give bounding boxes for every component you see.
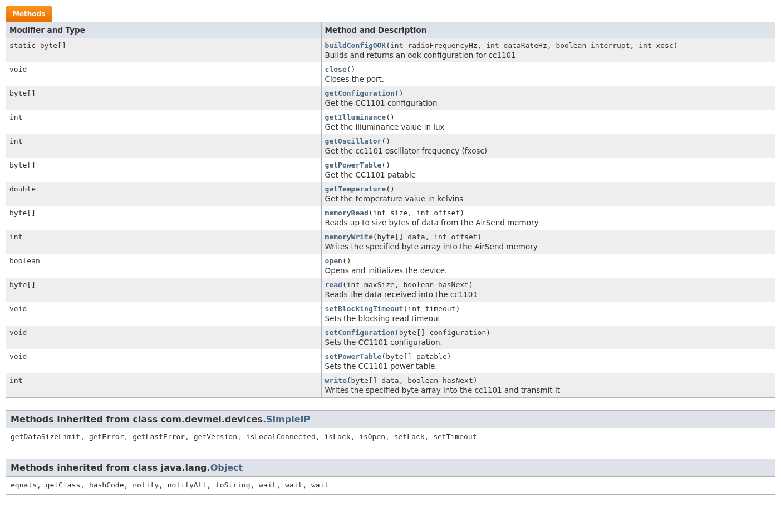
method-params: (byte[] configuration) bbox=[395, 328, 490, 337]
methods-tab[interactable]: Methods bbox=[6, 6, 52, 22]
modifier-cell: void bbox=[6, 62, 322, 86]
method-cell: buildConfigOOK(int radioFrequencyHz, int… bbox=[321, 38, 775, 63]
method-description: Reads the data received into the cc1101 bbox=[325, 290, 772, 299]
method-cell: getIlluminance()Get the illuminance valu… bbox=[321, 110, 775, 134]
table-row: byte[]memoryRead(int size, int offset)Re… bbox=[6, 206, 775, 230]
method-link[interactable]: setPowerTable bbox=[325, 352, 382, 361]
method-description: Closes the port. bbox=[325, 75, 772, 83]
modifier-text: byte[] bbox=[9, 89, 36, 97]
modifier-cell: byte[] bbox=[6, 86, 322, 110]
method-cell: close()Closes the port. bbox=[321, 62, 775, 86]
table-row: byte[]read(int maxSize, boolean hasNext)… bbox=[6, 278, 775, 302]
inherited-class-link[interactable]: Object bbox=[210, 462, 243, 473]
inherited-methods-block: Methods inherited from class java.lang.O… bbox=[6, 459, 775, 495]
table-row: voidclose()Closes the port. bbox=[6, 62, 775, 86]
method-cell: getTemperature()Get the temperature valu… bbox=[321, 182, 775, 206]
inherited-heading: Methods inherited from class java.lang.O… bbox=[6, 459, 775, 477]
modifier-text: byte[] bbox=[9, 280, 36, 289]
table-row: intgetOscillator()Get the cc1101 oscilla… bbox=[6, 134, 775, 158]
modifier-text: int bbox=[9, 233, 22, 241]
method-link[interactable]: memoryWrite bbox=[325, 233, 373, 241]
method-cell: open()Opens and initializes the device. bbox=[321, 254, 775, 278]
method-params: (int timeout) bbox=[404, 304, 460, 313]
modifier-cell: double bbox=[6, 182, 322, 206]
modifier-cell: int bbox=[6, 230, 322, 254]
modifier-text: void bbox=[9, 65, 27, 73]
method-params: (int maxSize, boolean hasNext) bbox=[342, 280, 473, 289]
method-description: Get the temperature value in kelvins bbox=[325, 194, 772, 203]
table-row: voidsetPowerTable(byte[] patable)Sets th… bbox=[6, 349, 775, 373]
methods-tab-container: Methods bbox=[6, 6, 775, 22]
method-cell: read(int maxSize, boolean hasNext)Reads … bbox=[321, 278, 775, 302]
modifier-text: void bbox=[9, 352, 27, 361]
method-cell: getPowerTable()Get the CC1101 patable bbox=[321, 158, 775, 182]
modifier-cell: boolean bbox=[6, 254, 322, 278]
method-link[interactable]: write bbox=[325, 376, 347, 385]
method-description: Writes the specified byte array into the… bbox=[325, 386, 772, 395]
method-params: () bbox=[386, 185, 395, 193]
method-description: Get the cc1101 oscillator frequency (fxo… bbox=[325, 146, 772, 155]
method-link[interactable]: setConfiguration bbox=[325, 328, 395, 337]
modifier-cell: static byte[] bbox=[6, 38, 322, 63]
methods-table: Modifier and Type Method and Description… bbox=[6, 22, 775, 398]
table-row: intwrite(byte[] data, boolean hasNext)Wr… bbox=[6, 373, 775, 398]
col-header-modifier: Modifier and Type bbox=[6, 22, 322, 38]
method-params: () bbox=[395, 89, 404, 97]
method-link[interactable]: memoryRead bbox=[325, 209, 369, 217]
method-description: Sets the CC1101 power table. bbox=[325, 362, 772, 371]
method-params: (byte[] data, boolean hasNext) bbox=[347, 376, 478, 385]
inherited-methods-block: Methods inherited from class com.devmel.… bbox=[6, 410, 775, 446]
method-cell: setBlockingTimeout(int timeout)Sets the … bbox=[321, 302, 775, 326]
modifier-cell: void bbox=[6, 326, 322, 349]
modifier-text: double bbox=[9, 185, 36, 193]
inherited-class-link[interactable]: SimpleIP bbox=[266, 414, 310, 425]
method-link[interactable]: getOscillator bbox=[325, 137, 382, 145]
modifier-text: int bbox=[9, 113, 22, 121]
table-row: byte[]getPowerTable()Get the CC1101 pata… bbox=[6, 158, 775, 182]
method-link[interactable]: getConfiguration bbox=[325, 89, 395, 97]
method-params: (byte[] data, int offset) bbox=[373, 233, 482, 241]
method-cell: write(byte[] data, boolean hasNext)Write… bbox=[321, 373, 775, 398]
method-link[interactable]: getIlluminance bbox=[325, 113, 386, 121]
method-description: Get the CC1101 patable bbox=[325, 170, 772, 179]
method-description: Writes the specified byte array into the… bbox=[325, 242, 772, 251]
method-description: Get the illuminance value in lux bbox=[325, 122, 772, 131]
modifier-text: void bbox=[9, 304, 27, 313]
table-row: byte[]getConfiguration()Get the CC1101 c… bbox=[6, 86, 775, 110]
modifier-text: boolean bbox=[9, 257, 40, 265]
modifier-text: int bbox=[9, 376, 22, 385]
method-cell: memoryWrite(byte[] data, int offset)Writ… bbox=[321, 230, 775, 254]
method-params: () bbox=[381, 161, 390, 169]
method-cell: getOscillator()Get the cc1101 oscillator… bbox=[321, 134, 775, 158]
method-link[interactable]: buildConfigOOK bbox=[325, 41, 386, 50]
modifier-cell: void bbox=[6, 302, 322, 326]
modifier-cell: byte[] bbox=[6, 206, 322, 230]
method-description: Sets the CC1101 configuration. bbox=[325, 338, 772, 347]
method-link[interactable]: getPowerTable bbox=[325, 161, 382, 169]
modifier-cell: byte[] bbox=[6, 278, 322, 302]
method-link[interactable]: setBlockingTimeout bbox=[325, 304, 404, 313]
method-cell: setPowerTable(byte[] patable)Sets the CC… bbox=[321, 349, 775, 373]
inherited-heading: Methods inherited from class com.devmel.… bbox=[6, 411, 775, 428]
method-params: () bbox=[342, 257, 351, 265]
method-params: (int size, int offset) bbox=[369, 209, 464, 217]
modifier-cell: int bbox=[6, 110, 322, 134]
modifier-text: void bbox=[9, 328, 27, 337]
modifier-text: byte[] bbox=[9, 161, 36, 169]
method-link[interactable]: close bbox=[325, 65, 347, 73]
method-cell: memoryRead(int size, int offset)Reads up… bbox=[321, 206, 775, 230]
table-row: intgetIlluminance()Get the illuminance v… bbox=[6, 110, 775, 134]
method-link[interactable]: open bbox=[325, 257, 342, 265]
method-description: Get the CC1101 configuration bbox=[325, 98, 772, 107]
modifier-cell: int bbox=[6, 373, 322, 398]
method-link[interactable]: getTemperature bbox=[325, 185, 386, 193]
method-description: Sets the blocking read timeout bbox=[325, 314, 772, 323]
method-params: () bbox=[347, 65, 356, 73]
modifier-cell: int bbox=[6, 134, 322, 158]
method-link[interactable]: read bbox=[325, 280, 342, 289]
inherited-method-list: equals, getClass, hashCode, notify, noti… bbox=[6, 477, 775, 494]
method-cell: getConfiguration()Get the CC1101 configu… bbox=[321, 86, 775, 110]
method-params: (byte[] patable) bbox=[381, 352, 451, 361]
method-cell: setConfiguration(byte[] configuration)Se… bbox=[321, 326, 775, 349]
inherited-heading-prefix: Methods inherited from class java.lang. bbox=[11, 462, 210, 473]
